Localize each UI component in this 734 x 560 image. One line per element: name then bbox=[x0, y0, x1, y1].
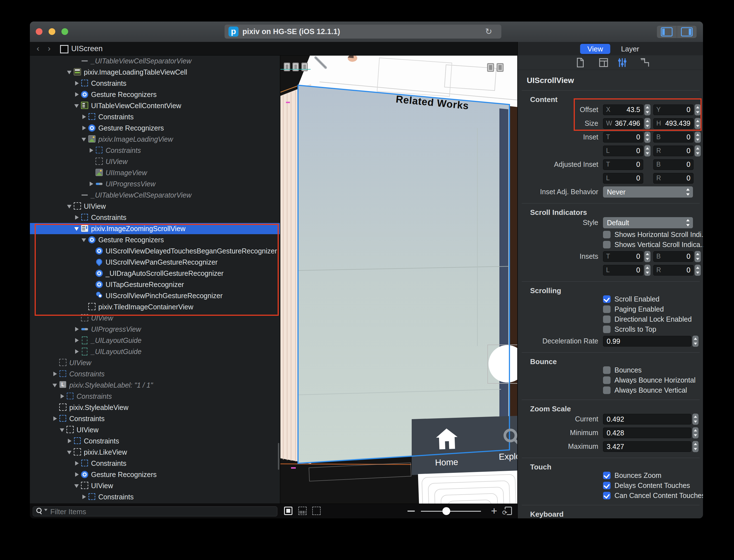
number-field[interactable]: L0 bbox=[603, 173, 643, 184]
disclosure-triangle[interactable] bbox=[81, 125, 87, 131]
tree-row[interactable]: Constraints bbox=[30, 78, 280, 89]
zoom-out-button[interactable] bbox=[407, 511, 415, 512]
disclosure-triangle[interactable] bbox=[81, 494, 87, 500]
tree-row[interactable]: UIProgressView bbox=[30, 178, 280, 189]
tree-row[interactable]: UIScrollViewPinchGestureRecognizer bbox=[30, 290, 280, 301]
tree-row[interactable]: Gesture Recognizers bbox=[30, 234, 280, 245]
toggle-right-panel-button[interactable] bbox=[677, 26, 697, 38]
disclosure-triangle[interactable] bbox=[74, 226, 79, 231]
number-field[interactable]: W367.496 bbox=[603, 118, 643, 129]
tree-row[interactable]: UIView bbox=[30, 201, 280, 212]
tree-row[interactable]: UIView bbox=[30, 480, 280, 491]
disclosure-triangle[interactable] bbox=[74, 483, 79, 488]
adjust-frame-button[interactable] bbox=[284, 507, 293, 515]
value-field[interactable]: 0.99 bbox=[603, 336, 691, 347]
stepper[interactable] bbox=[644, 251, 650, 262]
tree-row[interactable]: Constraints bbox=[30, 145, 280, 156]
minimize-button[interactable] bbox=[49, 28, 55, 35]
home-tab-icon[interactable] bbox=[435, 428, 458, 450]
tree-row[interactable]: Constraints bbox=[30, 435, 280, 447]
tree-scrollbar[interactable] bbox=[278, 443, 279, 470]
ruler-inspector-icon[interactable] bbox=[640, 58, 649, 67]
stepper[interactable] bbox=[644, 132, 650, 143]
wireframe-button[interactable] bbox=[312, 507, 321, 515]
disclosure-triangle[interactable] bbox=[74, 215, 79, 220]
tree-row[interactable]: Constraints bbox=[30, 212, 280, 223]
file-inspector-icon[interactable] bbox=[575, 58, 585, 67]
size-inspector-icon[interactable] bbox=[599, 58, 608, 67]
disclosure-triangle[interactable] bbox=[74, 103, 79, 108]
stepper[interactable] bbox=[644, 118, 650, 129]
attributes-inspector-icon[interactable] bbox=[617, 58, 627, 67]
number-field[interactable]: Y0 bbox=[653, 105, 693, 115]
number-field[interactable]: L0 bbox=[603, 265, 643, 276]
disclosure-triangle[interactable] bbox=[52, 371, 58, 377]
number-field[interactable]: H493.439 bbox=[653, 118, 693, 129]
tree-row[interactable]: Constraints bbox=[30, 491, 280, 502]
zoom-slider-knob[interactable] bbox=[442, 507, 450, 515]
tree-row[interactable]: _UILayoutGuide bbox=[30, 335, 280, 346]
stepper[interactable] bbox=[695, 265, 701, 276]
checkbox[interactable] bbox=[603, 295, 610, 303]
dropdown[interactable]: Never bbox=[603, 186, 693, 198]
close-button[interactable] bbox=[36, 28, 42, 35]
home-tab-label[interactable]: Home bbox=[431, 457, 462, 468]
number-field[interactable]: T0 bbox=[603, 251, 643, 262]
number-field[interactable]: B0 bbox=[653, 132, 693, 143]
number-field[interactable]: R0 bbox=[653, 146, 693, 156]
disclosure-triangle[interactable] bbox=[81, 237, 87, 243]
tree-row[interactable]: UITableViewCellContentView bbox=[30, 100, 280, 111]
zoom-slider-track[interactable] bbox=[421, 511, 481, 512]
tree-row[interactable]: UIView bbox=[30, 156, 280, 167]
number-field[interactable]: X43.5 bbox=[603, 105, 643, 115]
disclosure-triangle[interactable] bbox=[88, 181, 94, 187]
checkbox[interactable] bbox=[603, 326, 610, 333]
orientation-button[interactable] bbox=[505, 507, 512, 515]
tree-row[interactable]: Gesture Recognizers bbox=[30, 122, 280, 134]
disclosure-triangle[interactable] bbox=[81, 114, 87, 120]
tree-row[interactable]: UIView bbox=[30, 357, 280, 368]
tree-row[interactable]: Gesture Recognizers bbox=[30, 469, 280, 480]
stepper[interactable] bbox=[692, 441, 699, 452]
refresh-icon[interactable]: ↻ bbox=[485, 27, 493, 35]
tree-row[interactable]: UITapGestureRecognizer bbox=[30, 279, 280, 290]
number-field[interactable]: B0 bbox=[653, 251, 693, 262]
stepper[interactable] bbox=[695, 145, 701, 156]
toggle-left-panel-button[interactable] bbox=[657, 26, 677, 38]
filter-field[interactable]: Filter Items bbox=[33, 506, 277, 516]
disclosure-triangle[interactable] bbox=[67, 449, 72, 455]
checkbox[interactable] bbox=[603, 472, 610, 479]
tree-row[interactable]: pixiv.StyleableView bbox=[30, 402, 280, 413]
tree-row[interactable]: pixiv.ImageLoadingView bbox=[30, 134, 280, 145]
clipped-content-button[interactable] bbox=[298, 507, 307, 515]
tree-row[interactable]: _UIDragAutoScrollGestureRecognizer bbox=[30, 268, 280, 279]
disclosure-triangle[interactable] bbox=[74, 80, 79, 86]
value-field[interactable]: 3.427 bbox=[603, 441, 691, 452]
checkbox[interactable] bbox=[603, 231, 610, 238]
tree-row[interactable]: UIProgressView bbox=[30, 324, 280, 335]
disclosure-triangle[interactable] bbox=[52, 416, 58, 421]
stepper[interactable] bbox=[644, 104, 650, 115]
tree-row[interactable]: pixiv.LikeView bbox=[30, 447, 280, 458]
disclosure-triangle[interactable] bbox=[52, 382, 58, 388]
stepper[interactable] bbox=[692, 414, 699, 425]
tree-row[interactable]: UIView bbox=[30, 424, 280, 435]
tree-row[interactable]: _UILayoutGuide bbox=[30, 346, 280, 357]
zoom-in-button[interactable]: + bbox=[490, 507, 498, 515]
jump-bar-item[interactable]: UIScreen bbox=[71, 44, 103, 53]
disclosure-triangle[interactable] bbox=[74, 338, 79, 343]
checkbox[interactable] bbox=[603, 241, 610, 248]
tree-row[interactable]: Constraints bbox=[30, 458, 280, 469]
number-field[interactable]: B0 bbox=[653, 159, 693, 170]
disclosure-triangle[interactable] bbox=[88, 148, 94, 153]
checkbox[interactable] bbox=[603, 305, 610, 313]
value-field[interactable]: 0.492 bbox=[603, 414, 691, 424]
stepper[interactable] bbox=[644, 145, 650, 156]
disclosure-triangle[interactable] bbox=[74, 326, 79, 332]
tree-row[interactable]: _UITableViewCellSeparatorView bbox=[30, 55, 280, 67]
tab-view[interactable]: View bbox=[580, 44, 610, 54]
stepper[interactable] bbox=[692, 427, 699, 438]
disclosure-triangle[interactable] bbox=[74, 349, 79, 354]
stepper[interactable] bbox=[695, 104, 701, 115]
number-field[interactable]: T0 bbox=[603, 159, 643, 170]
